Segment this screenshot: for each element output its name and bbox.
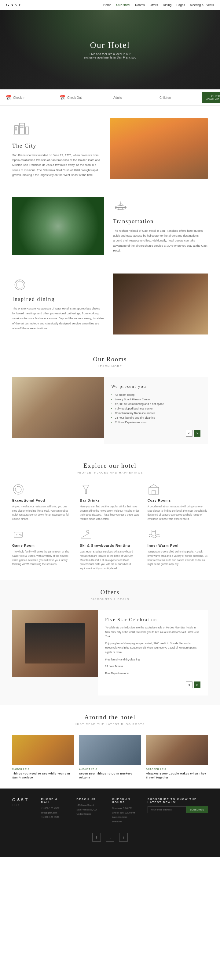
room-features-list: Air Room dining Luxury Spa & Fitness Cen… xyxy=(111,393,201,424)
rooms-next-button[interactable]: > xyxy=(194,430,201,437)
rooms-title: Cozy Rooms xyxy=(148,498,208,502)
blog-grid: MARCH 2017 Things You Need To See While … xyxy=(12,735,208,780)
food-icon xyxy=(12,483,24,495)
dining-title: Inspired dining xyxy=(12,296,104,302)
blog-card-2: AUGUST 2017 Seven Best Things To Do In B… xyxy=(79,735,141,780)
transport-section: Transportation The rooftop helipad of Ga… xyxy=(0,191,220,267)
facebook-icon[interactable]: f xyxy=(92,833,101,842)
nav-home[interactable]: Home xyxy=(103,3,112,7)
footer-subscribe-button[interactable]: SUBSCRIBE xyxy=(186,806,208,813)
room-image xyxy=(12,377,104,438)
nav-rooms[interactable]: Rooms xyxy=(135,3,145,7)
svg-rect-1 xyxy=(19,123,24,134)
adults-field xyxy=(113,96,152,99)
game-icon xyxy=(12,528,24,541)
blog-tag-1: MARCH 2017 xyxy=(12,768,74,770)
footer-address-line1: 123 Main Street xyxy=(76,803,100,807)
search-bar: 📅 📅 CHECK AVAILABILITY xyxy=(0,89,220,106)
hero-subtitle: Live and feel like a local in our xyxy=(84,52,136,56)
transport-content: Transportation The rooftop helipad of Ga… xyxy=(113,199,208,253)
svg-point-29 xyxy=(19,534,21,535)
blog-title-2: Seven Best Things To Do In Buckeye Arizo… xyxy=(79,772,141,780)
room-feature-1: Air Room dining xyxy=(111,393,201,396)
city-body: San Francisco was founded on June 29, 17… xyxy=(12,153,101,177)
svg-rect-7 xyxy=(21,127,21,128)
footer-col-phone: Phone & Mail +1 800 123 4567 info@gast.c… xyxy=(41,798,64,824)
bar-icon xyxy=(80,483,92,495)
rooms-body: A good meal at our restaurant will bring… xyxy=(148,504,208,521)
footer-phone-line3: +1 800 123 4568 xyxy=(41,815,64,819)
checkout-input[interactable] xyxy=(67,96,106,99)
rooms-section-title: Our Rooms xyxy=(12,356,208,363)
food-title: Exceptional Food xyxy=(12,498,72,502)
footer-phone-line2: info@gast.com xyxy=(41,811,64,815)
city-section: The City San Francisco was founded on Ju… xyxy=(0,106,220,191)
footer-address-line3: United States xyxy=(76,812,100,816)
nav-pages[interactable]: Pages xyxy=(176,3,185,7)
ski-title: Ski & Snowboards Renting xyxy=(80,544,140,547)
around-section: Around the hotel JUST READ THE LATEST BL… xyxy=(0,705,220,789)
room-feature-4: Fully equipped business center xyxy=(111,407,201,410)
svg-rect-8 xyxy=(22,127,23,128)
calendar-icon2: 📅 xyxy=(59,95,65,100)
svg-point-31 xyxy=(87,530,89,533)
explore-section: Explore our hotel PEOPLE, PLACES AND HAP… xyxy=(0,453,220,580)
footer-brand: GAST 1992 xyxy=(12,798,29,824)
aerial-image xyxy=(12,197,104,255)
offers-nav: < > xyxy=(105,681,201,688)
around-title: Around the hotel xyxy=(12,714,208,721)
explore-item-rooms: Cozy Rooms A good meal at our restaurant… xyxy=(148,483,208,521)
svg-point-21 xyxy=(13,485,23,494)
svg-rect-24 xyxy=(149,488,159,494)
transport-icon xyxy=(113,199,128,215)
footer-address-title: Beach Us xyxy=(76,798,100,801)
room-feature-6: 24 hour laundry and dry-cleaning xyxy=(111,416,201,419)
pool-body: Temperature-controlled swimming pools, A… xyxy=(148,550,208,566)
checkin-input[interactable] xyxy=(13,96,52,99)
offer-features: Free laundry and dry-cleaning 24 hour Fi… xyxy=(105,657,201,675)
children-field xyxy=(159,96,198,99)
city-image xyxy=(110,118,208,179)
explore-item-food: Exceptional Food A good meal at our rest… xyxy=(12,483,72,521)
blog-card-3: OCTOBER 2017 Mistakes Every Couple Makes… xyxy=(146,735,208,780)
offer-content: Five Star Celebration To celebrate our i… xyxy=(12,610,208,695)
nav-meetings[interactable]: Meeting & Events xyxy=(190,3,214,7)
blog-image-az xyxy=(79,735,141,765)
blog-image-sf xyxy=(12,735,74,765)
twitter-icon[interactable]: t xyxy=(106,833,114,842)
offer-feature-2: 24 hour Fitness xyxy=(105,664,201,668)
svg-rect-3 xyxy=(16,127,16,128)
blog-title-1: Things You Need To See While You're In S… xyxy=(12,772,74,780)
svg-line-32 xyxy=(82,533,90,538)
game-body: The whole family will enjoy the game roo… xyxy=(12,550,72,566)
check-availability-button[interactable]: CHECK AVAILABILITY xyxy=(202,92,220,103)
around-subtitle: JUST READ THE LATEST BLOG POSTS xyxy=(12,723,208,726)
explore-grid: Exceptional Food A good meal at our rest… xyxy=(12,483,208,571)
adults-input[interactable] xyxy=(113,96,152,99)
offers-prev-button[interactable]: < xyxy=(186,681,193,688)
brand-logo: GAST xyxy=(6,2,22,7)
footer-address-line2: San Francisco, CA xyxy=(76,808,100,812)
nav-dining[interactable]: Dining xyxy=(163,3,172,7)
offers-next-button[interactable]: > xyxy=(194,681,201,688)
blog-card-1: MARCH 2017 Things You Need To See While … xyxy=(12,735,74,780)
svg-marker-23 xyxy=(83,485,89,494)
offers-section: Offers DISCOUNTS & DEALS Five Star Celeb… xyxy=(0,580,220,705)
nav-offers[interactable]: Offers xyxy=(150,3,158,7)
footer-checkin-line1: Check-in: 3:00 PM xyxy=(112,806,135,810)
bar-body: Here you can find out the popular drinks… xyxy=(80,504,140,521)
instagram-icon[interactable]: i xyxy=(119,833,128,842)
pool-icon xyxy=(148,528,160,541)
game-title: Game Room xyxy=(12,544,72,547)
offer-info-title: Five Star Celebration xyxy=(105,617,201,622)
children-input[interactable] xyxy=(159,96,198,99)
dining-icon xyxy=(12,277,27,293)
calendar-icon: 📅 xyxy=(5,95,11,100)
offer-body-2: Enjoy a glass of champagne upon arrival,… xyxy=(105,641,201,654)
rooms-prev-button[interactable]: < xyxy=(186,430,193,437)
footer-email-input[interactable] xyxy=(148,806,186,813)
room-feature-7: Cultural Experiences room xyxy=(111,421,201,424)
checkout-field: 📅 xyxy=(59,95,106,100)
aerial-image-inner xyxy=(12,197,104,255)
nav-our-hotel[interactable]: Our Hotel xyxy=(116,3,130,7)
